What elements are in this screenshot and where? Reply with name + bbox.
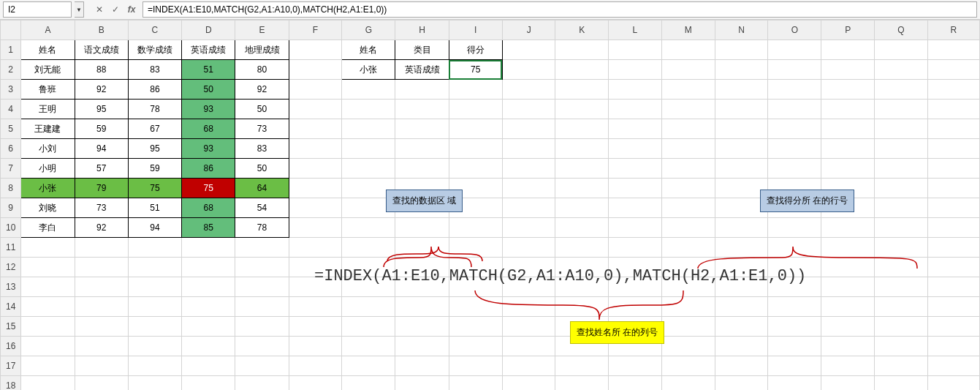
cell-K10[interactable] xyxy=(555,218,609,238)
cell-E16[interactable] xyxy=(235,337,289,356)
cell-F2[interactable] xyxy=(289,60,342,80)
cell-A8[interactable]: 小张 xyxy=(21,179,75,198)
col-header-G[interactable]: G xyxy=(342,20,395,40)
cell-K2[interactable] xyxy=(555,60,609,80)
cell-L9[interactable] xyxy=(609,198,662,218)
cell-H4[interactable] xyxy=(395,100,449,119)
cell-O10[interactable] xyxy=(768,218,821,238)
cell-P1[interactable] xyxy=(821,40,875,60)
cell-D12[interactable] xyxy=(182,258,235,277)
cell-Q7[interactable] xyxy=(875,159,928,179)
cell-K1[interactable] xyxy=(555,40,609,60)
cell-F9[interactable] xyxy=(289,198,342,218)
cell-F10[interactable] xyxy=(289,218,342,238)
cell-A2[interactable]: 刘无能 xyxy=(21,60,75,80)
cell-A15[interactable] xyxy=(21,317,75,337)
cell-F7[interactable] xyxy=(289,159,342,179)
cell-B13[interactable] xyxy=(75,277,128,297)
cell-L18[interactable] xyxy=(609,376,662,391)
cell-J9[interactable] xyxy=(502,198,555,218)
cell-R3[interactable] xyxy=(927,80,979,100)
cell-E10[interactable]: 78 xyxy=(235,218,289,238)
cell-N15[interactable] xyxy=(715,317,768,337)
cell-O15[interactable] xyxy=(768,317,821,337)
cell-L15[interactable] xyxy=(609,317,662,337)
cell-H15[interactable] xyxy=(395,317,449,337)
cell-C7[interactable]: 59 xyxy=(128,159,181,179)
cell-C14[interactable] xyxy=(128,297,181,317)
cell-D18[interactable] xyxy=(182,376,235,391)
cell-P8[interactable] xyxy=(821,179,875,198)
cell-M7[interactable] xyxy=(661,159,715,179)
cell-C2[interactable]: 83 xyxy=(128,60,181,80)
cell-L17[interactable] xyxy=(609,356,662,376)
cell-G5[interactable] xyxy=(342,119,395,139)
cell-F16[interactable] xyxy=(289,337,342,356)
cell-B17[interactable] xyxy=(75,356,128,376)
cell-O4[interactable] xyxy=(768,100,821,119)
cell-N4[interactable] xyxy=(715,100,768,119)
cell-R9[interactable] xyxy=(927,198,979,218)
cell-P10[interactable] xyxy=(821,218,875,238)
cell-R17[interactable] xyxy=(927,356,979,376)
cell-B14[interactable] xyxy=(75,297,128,317)
cell-D6[interactable]: 93 xyxy=(182,139,235,159)
cell-A13[interactable] xyxy=(21,277,75,297)
cell-E14[interactable] xyxy=(235,297,289,317)
cell-O18[interactable] xyxy=(768,376,821,391)
cell-L7[interactable] xyxy=(609,159,662,179)
cell-L2[interactable] xyxy=(609,60,662,80)
cell-F8[interactable] xyxy=(289,179,342,198)
cell-P7[interactable] xyxy=(821,159,875,179)
col-header-N[interactable]: N xyxy=(715,20,768,40)
cell-Q6[interactable] xyxy=(875,139,928,159)
cell-O9[interactable] xyxy=(768,198,821,218)
cell-K8[interactable] xyxy=(555,179,609,198)
cell-L4[interactable] xyxy=(609,100,662,119)
cell-D11[interactable] xyxy=(182,238,235,258)
cell-R16[interactable] xyxy=(927,337,979,356)
cell-P9[interactable] xyxy=(821,198,875,218)
cell-O3[interactable] xyxy=(768,80,821,100)
cell-F15[interactable] xyxy=(289,317,342,337)
cell-E17[interactable] xyxy=(235,356,289,376)
row-header-4[interactable]: 4 xyxy=(1,100,21,119)
cell-B2[interactable]: 88 xyxy=(75,60,128,80)
cell-J3[interactable] xyxy=(502,80,555,100)
cell-E2[interactable]: 80 xyxy=(235,60,289,80)
cell-H16[interactable] xyxy=(395,337,449,356)
cell-Q3[interactable] xyxy=(875,80,928,100)
cell-R7[interactable] xyxy=(927,159,979,179)
cell-E1[interactable]: 地理成绩 xyxy=(235,40,289,60)
cell-R5[interactable] xyxy=(927,119,979,139)
cell-H8[interactable] xyxy=(395,179,449,198)
cell-N14[interactable] xyxy=(715,297,768,317)
row-header-11[interactable]: 11 xyxy=(1,238,21,258)
cell-K7[interactable] xyxy=(555,159,609,179)
cell-O6[interactable] xyxy=(768,139,821,159)
row-header-17[interactable]: 17 xyxy=(1,356,21,376)
row-header-10[interactable]: 10 xyxy=(1,218,21,238)
row-header-3[interactable]: 3 xyxy=(1,80,21,100)
cell-R10[interactable] xyxy=(927,218,979,238)
cell-J2[interactable] xyxy=(502,60,555,80)
cell-O11[interactable] xyxy=(768,238,821,258)
col-header-B[interactable]: B xyxy=(75,20,128,40)
cell-D14[interactable] xyxy=(182,297,235,317)
cell-H14[interactable] xyxy=(395,297,449,317)
cell-H1[interactable]: 类目 xyxy=(395,40,449,60)
cell-N1[interactable] xyxy=(715,40,768,60)
cell-B16[interactable] xyxy=(75,337,128,356)
cell-D8[interactable]: 75 xyxy=(182,179,235,198)
cell-E9[interactable]: 54 xyxy=(235,198,289,218)
cell-F5[interactable] xyxy=(289,119,342,139)
cell-I7[interactable] xyxy=(449,159,502,179)
cell-G10[interactable] xyxy=(342,218,395,238)
cell-K16[interactable] xyxy=(555,337,609,356)
cell-I15[interactable] xyxy=(449,317,502,337)
cell-D17[interactable] xyxy=(182,356,235,376)
cell-Q17[interactable] xyxy=(875,356,928,376)
cell-J4[interactable] xyxy=(502,100,555,119)
cell-Q1[interactable] xyxy=(875,40,928,60)
cell-H6[interactable] xyxy=(395,139,449,159)
